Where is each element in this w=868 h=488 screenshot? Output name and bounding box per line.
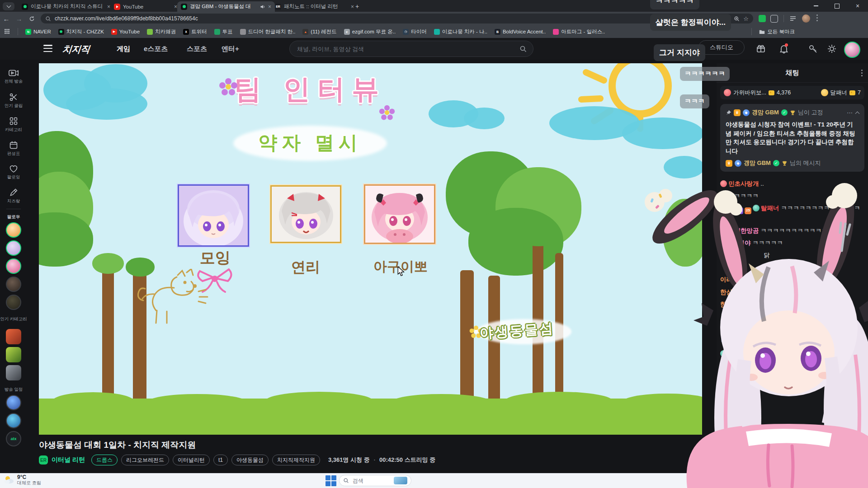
video-player[interactable]: 팀 인터뷰 약자 멸시 모잉 연리 [39, 63, 702, 435]
reload-icon[interactable] [25, 16, 38, 22]
chat-username[interactable]: 쿼카 [720, 362, 732, 369]
pen-icon[interactable] [9, 188, 18, 197]
collapse-icon[interactable] [855, 111, 860, 116]
followed-channel-avatar[interactable] [6, 295, 21, 310]
chat-username[interactable]: 염화 [720, 192, 732, 199]
tab-search-button[interactable] [3, 2, 14, 10]
tag-chip[interactable]: 이터널리턴 [173, 455, 210, 465]
extensions-puzzle-icon[interactable] [770, 15, 778, 23]
bookmark-item[interactable]: 이로나뭉 치카 - 나.. [434, 28, 487, 35]
schedule-avatar[interactable] [6, 395, 21, 410]
search-bar[interactable] [289, 41, 533, 57]
taskbar-search-input[interactable] [352, 477, 391, 484]
bookmark-item[interactable]: eezgif.com 무료 온.. [344, 28, 396, 35]
tab-close-icon[interactable]: × [268, 4, 271, 9]
hamburger-menu-icon[interactable] [43, 45, 52, 52]
category-thumbnail[interactable] [6, 329, 21, 344]
nav-esports[interactable]: e스포츠 [144, 45, 168, 53]
schedule-avatar[interactable]: atx [6, 431, 21, 446]
category-grid-icon[interactable] [9, 117, 18, 126]
bookmark-item[interactable]: BBoldVoice Accent.. [495, 29, 546, 35]
tab-close-icon[interactable]: × [351, 4, 354, 9]
window-close-button[interactable]: × [847, 0, 868, 12]
speaker-icon[interactable] [260, 4, 265, 9]
user-avatar[interactable] [844, 42, 860, 58]
chat-rank-row[interactable]: 가위바위보... 4,376 달패너 7 [720, 86, 864, 99]
sidebar-item-schedule[interactable]: 편성표 [0, 151, 27, 157]
zoom-icon[interactable] [734, 16, 740, 22]
notification-bell[interactable] [778, 43, 789, 54]
chzzk-logo[interactable]: 치지직 [62, 43, 90, 56]
chat-username[interactable]: 곤도착이야 [720, 239, 751, 246]
chat-username[interactable]: 이리사랑 [720, 276, 745, 283]
pinned-footer-author[interactable]: 갱맘 GBM [744, 159, 771, 167]
calendar-icon[interactable] [9, 141, 18, 150]
browser-tab-4[interactable]: ER 패치노트 :: 이터널 리턴 × [271, 1, 358, 12]
followed-channel-avatar[interactable] [6, 277, 21, 292]
browser-tab-2[interactable]: YouTube × [110, 1, 181, 12]
pinned-more-icon[interactable]: ⋯ [847, 109, 854, 116]
broadcast-icon[interactable] [9, 69, 19, 78]
t ag-chip[interactable]: 드롭스 [91, 455, 118, 465]
profile-avatar[interactable] [802, 14, 810, 23]
nav-sports[interactable]: 스포츠 [187, 45, 207, 53]
settings-gear-icon[interactable] [826, 43, 837, 54]
schedule-avatar[interactable] [6, 413, 21, 428]
sidebar-item-all-live[interactable]: 전체 방송 [0, 79, 27, 84]
pinned-message[interactable]: ♛ ◆ 갱맘 GBM ✓ 님이 고정 ⋯ 야생동물섬 시청자 참여 이벤트! -… [720, 104, 864, 172]
category-thumbnail[interactable] [6, 365, 21, 380]
bookmark-item[interactable]: X트위터 [183, 28, 207, 35]
url-bar[interactable]: chzzk.naver.com/live/dbd6e0689ff9debf8bb… [41, 14, 753, 23]
all-bookmarks-button[interactable]: 모든 북마크 [759, 28, 795, 35]
reading-list-icon[interactable] [789, 15, 797, 22]
gift-box-icon[interactable] [755, 43, 766, 54]
bookmark-item[interactable]: NNAVER [25, 29, 51, 35]
nav-game[interactable]: 게임 [117, 45, 130, 53]
bookmark-item[interactable]: 치지직 - CHZZK [58, 28, 104, 35]
new-tab-button[interactable]: + [355, 3, 359, 10]
chat-username[interactable]: 민초사랑개 [728, 180, 759, 187]
followed-channel-avatar[interactable] [6, 258, 21, 274]
window-maximize-button[interactable] [826, 0, 847, 12]
forward-icon[interactable]: → [13, 15, 25, 23]
sidebar-item-category[interactable]: 카테고리 [0, 127, 27, 133]
start-button[interactable] [326, 475, 336, 486]
browser-menu-icon[interactable] [816, 14, 818, 23]
studio-button[interactable]: 스튜디오 [698, 40, 745, 55]
tag-chip[interactable]: 치지직제작지원 [272, 455, 320, 465]
weather-widget[interactable]: 9°C대체로 흐림 [4, 474, 41, 485]
sidebar-item-clips[interactable]: 인기 클립 [0, 103, 27, 109]
heart-icon[interactable] [9, 164, 18, 173]
apps-grid-icon[interactable] [5, 29, 10, 35]
browser-tab-1[interactable]: 이로나뭉 치카의 치지직 스튜디 × [18, 1, 114, 12]
bookmark-item[interactable]: 아트마그 - 일러스.. [553, 28, 605, 35]
chat-username[interactable]: 꼬질한망곰 [728, 227, 759, 234]
chat-username[interactable]: 탈패너 [761, 205, 779, 211]
chat-username[interactable]: 한삼식치즈 [720, 289, 751, 296]
sidebar-item-following[interactable]: 팔로잉 [0, 174, 27, 180]
back-icon[interactable]: ← [0, 15, 13, 23]
site-info-icon[interactable] [45, 16, 51, 22]
category-thumbnail[interactable] [6, 347, 21, 362]
browser-tab-3-active[interactable]: 갱맘 GBM - 야생동물섬 대 × [177, 1, 275, 12]
bookmark-item[interactable]: ◷타이머 [403, 28, 427, 35]
search-input[interactable] [296, 45, 519, 53]
chat-menu-icon[interactable] [861, 70, 863, 78]
bookmark-item[interactable]: 투표 [214, 28, 233, 35]
search-icon[interactable] [519, 45, 527, 52]
bookmark-item[interactable]: ▶YouTube [111, 29, 140, 35]
taskbar-search[interactable] [339, 475, 411, 486]
channel-name[interactable]: 이터널 리턴 [52, 456, 85, 464]
bookmark-item[interactable]: 드디어 한글패치 한.. [240, 28, 296, 35]
scissors-icon[interactable] [9, 93, 18, 102]
bookmark-star-icon[interactable]: ☆ [743, 15, 749, 22]
nav-enter[interactable]: 엔터+ [222, 45, 239, 53]
bookmark-item[interactable]: ▲(11) 레전드 [302, 28, 336, 35]
bookmark-item[interactable]: 치카왜권 [147, 28, 176, 35]
pinned-author[interactable]: 갱맘 GBM [752, 108, 779, 117]
tag-chip[interactable]: 리그오브레전드 [121, 455, 169, 465]
tag-chip[interactable]: 야생동물섬 [231, 455, 269, 465]
tab-close-icon[interactable]: × [107, 4, 110, 9]
window-minimize-button[interactable] [806, 0, 826, 12]
tab-close-icon[interactable]: × [174, 4, 177, 9]
